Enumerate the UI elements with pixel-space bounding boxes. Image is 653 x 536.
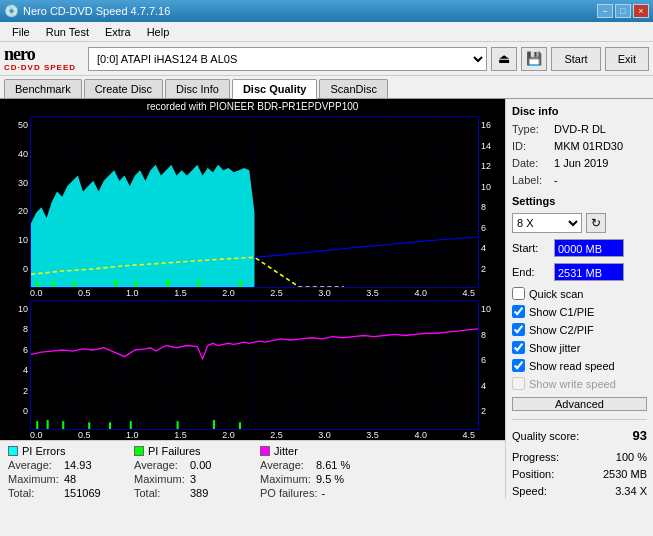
title-bar: 💿 Nero CD-DVD Speed 4.7.7.16 − □ ×	[0, 0, 653, 22]
speed-value: 3.34 X	[615, 485, 647, 497]
y-lower-10: 10	[4, 304, 28, 314]
type-value: DVD-R DL	[554, 123, 606, 135]
logo-text: nero	[4, 45, 76, 63]
end-mb-value[interactable]: 2531 MB	[554, 263, 624, 281]
jitter-po-value: -	[321, 487, 325, 499]
y-lower-right-10: 10	[481, 304, 501, 314]
tab-disc-quality[interactable]: Disc Quality	[232, 79, 318, 99]
x2-label-0: 0.0	[30, 430, 43, 440]
svg-rect-38	[88, 422, 90, 429]
x-label-40: 4.0	[414, 288, 427, 298]
start-mb-value[interactable]: 0000 MB	[554, 239, 624, 257]
menu-run-test[interactable]: Run Test	[38, 24, 97, 40]
x-label-25: 2.5	[270, 288, 283, 298]
pi-errors-avg-value: 14.93	[64, 459, 92, 471]
svg-rect-21	[239, 281, 242, 287]
legend-pi-failures: PI Failures Average: 0.00 Maximum: 3 Tot…	[134, 445, 244, 499]
maximize-button[interactable]: □	[615, 4, 631, 18]
svg-rect-20	[197, 281, 200, 287]
pi-errors-avg-label: Average:	[8, 459, 60, 471]
tab-scandisc[interactable]: ScanDisc	[319, 79, 387, 98]
x-label-10: 1.0	[126, 288, 139, 298]
y-upper-30: 30	[4, 178, 28, 188]
date-label: Date:	[512, 157, 550, 169]
advanced-button[interactable]: Advanced	[512, 397, 647, 411]
svg-rect-17	[114, 280, 117, 287]
x2-label-15: 1.5	[174, 430, 187, 440]
id-value: MKM 01RD30	[554, 140, 623, 152]
tab-benchmark[interactable]: Benchmark	[4, 79, 82, 98]
pi-errors-total-label: Total:	[8, 487, 60, 499]
position-value: 2530 MB	[603, 468, 647, 480]
pi-errors-total-value: 151069	[64, 487, 101, 499]
show-jitter-label: Show jitter	[529, 342, 580, 354]
svg-rect-18	[135, 282, 138, 287]
legend-area: PI Errors Average: 14.93 Maximum: 48 Tot…	[0, 440, 505, 503]
app-icon: 💿	[4, 4, 19, 18]
toolbar: nero CD·DVD SPEED [0:0] ATAPI iHAS124 B …	[0, 42, 653, 76]
menu-extra[interactable]: Extra	[97, 24, 139, 40]
y-lower-6: 6	[4, 345, 28, 355]
y-upper-10: 10	[4, 235, 28, 245]
svg-rect-14	[36, 282, 39, 287]
y-lower-right-4: 4	[481, 381, 501, 391]
show-c1-pie-label: Show C1/PIE	[529, 306, 594, 318]
pi-failures-total-label: Total:	[134, 487, 186, 499]
disc-label-label: Label:	[512, 174, 550, 186]
y-upper-right-14: 14	[481, 141, 501, 151]
y-upper-right-2: 2	[481, 264, 501, 274]
speed-select[interactable]: 8 X 4 X 2 X Max	[512, 213, 582, 233]
svg-rect-36	[47, 420, 49, 429]
svg-rect-15	[52, 282, 55, 287]
end-mb-label: End:	[512, 266, 550, 278]
quick-scan-checkbox[interactable]	[512, 287, 525, 300]
svg-rect-39	[109, 422, 111, 429]
progress-value: 100 %	[616, 451, 647, 463]
show-write-speed-checkbox	[512, 377, 525, 390]
speed-label: Speed:	[512, 485, 547, 497]
tab-create-disc[interactable]: Create Disc	[84, 79, 163, 98]
svg-rect-16	[73, 282, 76, 287]
pi-failures-avg-label: Average:	[134, 459, 186, 471]
show-read-speed-checkbox[interactable]	[512, 359, 525, 372]
x2-label-30: 3.0	[318, 430, 331, 440]
quality-score-label: Quality score:	[512, 430, 579, 442]
settings-title: Settings	[512, 195, 647, 207]
svg-rect-42	[213, 420, 215, 429]
drive-select[interactable]: [0:0] ATAPI iHAS124 B AL0S	[88, 47, 487, 71]
y-lower-8: 8	[4, 324, 28, 334]
x2-label-10: 1.0	[126, 430, 139, 440]
show-jitter-checkbox[interactable]	[512, 341, 525, 354]
menu-file[interactable]: File	[4, 24, 38, 40]
pi-failures-total-value: 389	[190, 487, 208, 499]
x-label-15: 1.5	[174, 288, 187, 298]
show-c1-pie-checkbox[interactable]	[512, 305, 525, 318]
x2-label-35: 3.5	[366, 430, 379, 440]
tab-disc-info[interactable]: Disc Info	[165, 79, 230, 98]
exit-button[interactable]: Exit	[605, 47, 649, 71]
close-button[interactable]: ×	[633, 4, 649, 18]
eject-button[interactable]: ⏏	[491, 47, 517, 71]
start-button[interactable]: Start	[551, 47, 600, 71]
save-button[interactable]: 💾	[521, 47, 547, 71]
minimize-button[interactable]: −	[597, 4, 613, 18]
show-c2-pif-checkbox[interactable]	[512, 323, 525, 336]
legend-pi-errors: PI Errors Average: 14.93 Maximum: 48 Tot…	[8, 445, 118, 499]
y-lower-right-8: 8	[481, 330, 501, 340]
jitter-avg-label: Average:	[260, 459, 312, 471]
date-value: 1 Jun 2019	[554, 157, 608, 169]
svg-rect-41	[177, 421, 179, 429]
refresh-button[interactable]: ↻	[586, 213, 606, 233]
y-upper-right-12: 12	[481, 161, 501, 171]
svg-rect-35	[36, 421, 38, 429]
y-lower-right-2: 2	[481, 406, 501, 416]
pi-errors-max-value: 48	[64, 473, 76, 485]
y-lower-4: 4	[4, 365, 28, 375]
pi-errors-color	[8, 446, 18, 456]
svg-rect-43	[239, 422, 241, 429]
pi-errors-title: PI Errors	[22, 445, 65, 457]
start-mb-label: Start:	[512, 242, 550, 254]
legend-jitter: Jitter Average: 8.61 % Maximum: 9.5 % PO…	[260, 445, 370, 499]
pi-failures-color	[134, 446, 144, 456]
menu-help[interactable]: Help	[139, 24, 178, 40]
